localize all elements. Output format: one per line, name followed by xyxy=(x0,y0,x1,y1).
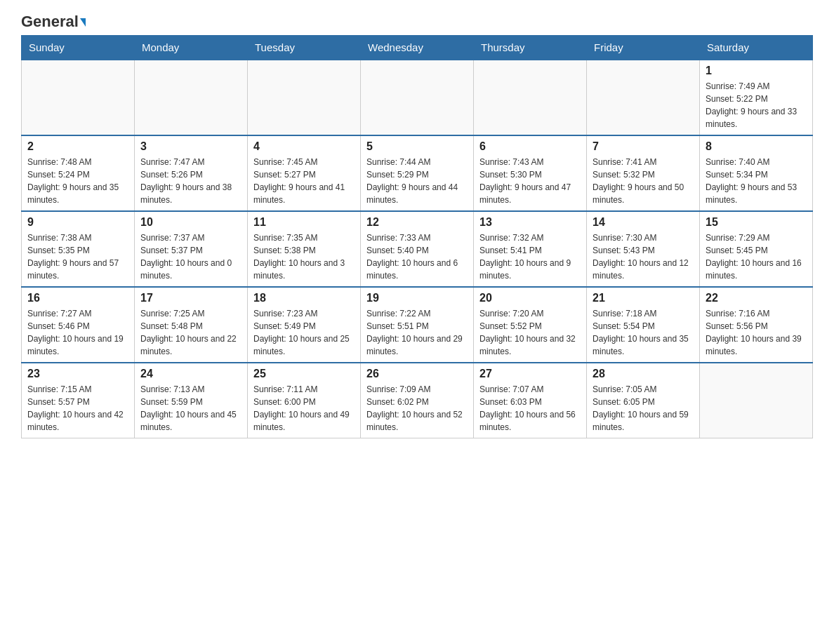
weekday-header-friday: Friday xyxy=(587,36,700,60)
calendar-cell: 17Sunrise: 7:25 AM Sunset: 5:48 PM Dayli… xyxy=(135,287,248,363)
day-number: 15 xyxy=(706,216,807,229)
calendar-cell: 19Sunrise: 7:22 AM Sunset: 5:51 PM Dayli… xyxy=(361,287,474,363)
day-info: Sunrise: 7:35 AM Sunset: 5:38 PM Dayligh… xyxy=(253,232,355,282)
day-info: Sunrise: 7:44 AM Sunset: 5:29 PM Dayligh… xyxy=(366,156,468,206)
logo-triangle-icon xyxy=(80,18,86,27)
calendar-cell xyxy=(700,363,813,438)
day-info: Sunrise: 7:20 AM Sunset: 5:52 PM Dayligh… xyxy=(479,307,581,358)
day-info: Sunrise: 7:09 AM Sunset: 6:02 PM Dayligh… xyxy=(366,383,468,434)
day-info: Sunrise: 7:48 AM Sunset: 5:24 PM Dayligh… xyxy=(27,156,128,206)
calendar-cell: 22Sunrise: 7:16 AM Sunset: 5:56 PM Dayli… xyxy=(700,287,813,363)
day-info: Sunrise: 7:23 AM Sunset: 5:49 PM Dayligh… xyxy=(253,307,355,358)
day-info: Sunrise: 7:25 AM Sunset: 5:48 PM Dayligh… xyxy=(140,307,241,358)
day-number: 28 xyxy=(593,368,694,380)
day-info: Sunrise: 7:05 AM Sunset: 6:05 PM Dayligh… xyxy=(593,383,694,434)
day-number: 19 xyxy=(366,292,468,304)
week-row-1: 1Sunrise: 7:49 AM Sunset: 5:22 PM Daylig… xyxy=(22,60,813,135)
page-header: General xyxy=(21,14,813,28)
calendar-cell: 12Sunrise: 7:33 AM Sunset: 5:40 PM Dayli… xyxy=(361,211,474,287)
day-info: Sunrise: 7:13 AM Sunset: 5:59 PM Dayligh… xyxy=(140,383,241,434)
weekday-header-monday: Monday xyxy=(135,36,248,60)
day-number: 3 xyxy=(140,140,241,153)
day-number: 4 xyxy=(253,140,355,153)
weekday-header-tuesday: Tuesday xyxy=(248,36,361,60)
day-info: Sunrise: 7:43 AM Sunset: 5:30 PM Dayligh… xyxy=(479,156,581,206)
day-info: Sunrise: 7:32 AM Sunset: 5:41 PM Dayligh… xyxy=(479,232,581,282)
day-number: 12 xyxy=(366,216,468,229)
calendar-cell: 20Sunrise: 7:20 AM Sunset: 5:52 PM Dayli… xyxy=(474,287,587,363)
calendar-cell: 6Sunrise: 7:43 AM Sunset: 5:30 PM Daylig… xyxy=(474,135,587,211)
day-info: Sunrise: 7:41 AM Sunset: 5:32 PM Dayligh… xyxy=(593,156,694,206)
weekday-header-thursday: Thursday xyxy=(474,36,587,60)
day-info: Sunrise: 7:07 AM Sunset: 6:03 PM Dayligh… xyxy=(479,383,581,434)
calendar-cell: 16Sunrise: 7:27 AM Sunset: 5:46 PM Dayli… xyxy=(22,287,135,363)
day-number: 7 xyxy=(593,140,694,153)
day-number: 5 xyxy=(366,140,468,153)
day-number: 9 xyxy=(27,216,128,229)
calendar-cell: 2Sunrise: 7:48 AM Sunset: 5:24 PM Daylig… xyxy=(22,135,135,211)
calendar-cell: 15Sunrise: 7:29 AM Sunset: 5:45 PM Dayli… xyxy=(700,211,813,287)
day-number: 2 xyxy=(27,140,128,153)
week-row-2: 2Sunrise: 7:48 AM Sunset: 5:24 PM Daylig… xyxy=(22,135,813,211)
calendar-cell: 3Sunrise: 7:47 AM Sunset: 5:26 PM Daylig… xyxy=(135,135,248,211)
weekday-header-wednesday: Wednesday xyxy=(361,36,474,60)
calendar-cell: 5Sunrise: 7:44 AM Sunset: 5:29 PM Daylig… xyxy=(361,135,474,211)
day-number: 20 xyxy=(479,292,581,304)
day-info: Sunrise: 7:15 AM Sunset: 5:57 PM Dayligh… xyxy=(27,383,128,434)
calendar-cell xyxy=(474,60,587,135)
day-info: Sunrise: 7:40 AM Sunset: 5:34 PM Dayligh… xyxy=(706,156,807,206)
day-info: Sunrise: 7:38 AM Sunset: 5:35 PM Dayligh… xyxy=(27,232,128,282)
calendar-cell xyxy=(135,60,248,135)
day-info: Sunrise: 7:16 AM Sunset: 5:56 PM Dayligh… xyxy=(706,307,807,358)
day-info: Sunrise: 7:37 AM Sunset: 5:37 PM Dayligh… xyxy=(140,232,241,282)
day-number: 14 xyxy=(593,216,694,229)
day-number: 25 xyxy=(253,368,355,380)
logo-main: General xyxy=(21,14,86,29)
day-number: 8 xyxy=(706,140,807,153)
day-info: Sunrise: 7:22 AM Sunset: 5:51 PM Dayligh… xyxy=(366,307,468,358)
day-number: 26 xyxy=(366,368,468,380)
day-number: 17 xyxy=(140,292,241,304)
week-row-4: 16Sunrise: 7:27 AM Sunset: 5:46 PM Dayli… xyxy=(22,287,813,363)
week-row-5: 23Sunrise: 7:15 AM Sunset: 5:57 PM Dayli… xyxy=(22,363,813,438)
day-info: Sunrise: 7:29 AM Sunset: 5:45 PM Dayligh… xyxy=(706,232,807,282)
calendar-cell: 13Sunrise: 7:32 AM Sunset: 5:41 PM Dayli… xyxy=(474,211,587,287)
calendar-cell: 9Sunrise: 7:38 AM Sunset: 5:35 PM Daylig… xyxy=(22,211,135,287)
day-info: Sunrise: 7:45 AM Sunset: 5:27 PM Dayligh… xyxy=(253,156,355,206)
calendar-cell: 10Sunrise: 7:37 AM Sunset: 5:37 PM Dayli… xyxy=(135,211,248,287)
calendar-table: SundayMondayTuesdayWednesdayThursdayFrid… xyxy=(21,35,813,438)
calendar-cell xyxy=(361,60,474,135)
calendar-cell: 7Sunrise: 7:41 AM Sunset: 5:32 PM Daylig… xyxy=(587,135,700,211)
day-info: Sunrise: 7:49 AM Sunset: 5:22 PM Dayligh… xyxy=(706,80,807,130)
calendar-cell: 14Sunrise: 7:30 AM Sunset: 5:43 PM Dayli… xyxy=(587,211,700,287)
day-number: 10 xyxy=(140,216,241,229)
day-number: 21 xyxy=(593,292,694,304)
day-number: 27 xyxy=(479,368,581,380)
calendar-cell: 23Sunrise: 7:15 AM Sunset: 5:57 PM Dayli… xyxy=(22,363,135,438)
day-number: 1 xyxy=(706,65,807,77)
week-row-3: 9Sunrise: 7:38 AM Sunset: 5:35 PM Daylig… xyxy=(22,211,813,287)
calendar-cell xyxy=(22,60,135,135)
calendar-cell: 8Sunrise: 7:40 AM Sunset: 5:34 PM Daylig… xyxy=(700,135,813,211)
day-info: Sunrise: 7:27 AM Sunset: 5:46 PM Dayligh… xyxy=(27,307,128,358)
calendar-cell: 25Sunrise: 7:11 AM Sunset: 6:00 PM Dayli… xyxy=(248,363,361,438)
day-number: 24 xyxy=(140,368,241,380)
calendar-cell: 11Sunrise: 7:35 AM Sunset: 5:38 PM Dayli… xyxy=(248,211,361,287)
day-info: Sunrise: 7:30 AM Sunset: 5:43 PM Dayligh… xyxy=(593,232,694,282)
day-number: 6 xyxy=(479,140,581,153)
weekday-header-row: SundayMondayTuesdayWednesdayThursdayFrid… xyxy=(22,36,813,60)
day-number: 16 xyxy=(27,292,128,304)
day-number: 13 xyxy=(479,216,581,229)
calendar-cell: 18Sunrise: 7:23 AM Sunset: 5:49 PM Dayli… xyxy=(248,287,361,363)
day-info: Sunrise: 7:11 AM Sunset: 6:00 PM Dayligh… xyxy=(253,383,355,434)
weekday-header-sunday: Sunday xyxy=(22,36,135,60)
logo: General xyxy=(21,14,86,28)
calendar-cell: 4Sunrise: 7:45 AM Sunset: 5:27 PM Daylig… xyxy=(248,135,361,211)
calendar-cell xyxy=(248,60,361,135)
day-number: 22 xyxy=(706,292,807,304)
calendar-cell: 21Sunrise: 7:18 AM Sunset: 5:54 PM Dayli… xyxy=(587,287,700,363)
day-number: 18 xyxy=(253,292,355,304)
calendar-cell: 28Sunrise: 7:05 AM Sunset: 6:05 PM Dayli… xyxy=(587,363,700,438)
day-number: 11 xyxy=(253,216,355,229)
day-info: Sunrise: 7:47 AM Sunset: 5:26 PM Dayligh… xyxy=(140,156,241,206)
